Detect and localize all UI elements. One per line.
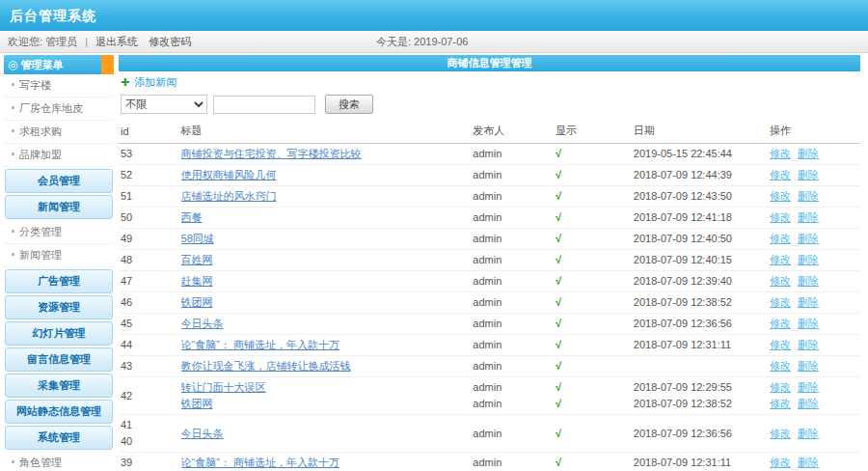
delete-link[interactable]: 删除 <box>798 398 819 409</box>
delete-link[interactable]: 删除 <box>798 360 819 372</box>
category-filter-select[interactable]: 不限 <box>121 95 207 114</box>
row-title-link[interactable]: 今日头条 <box>181 428 224 439</box>
sidebar-item[interactable]: 厂房仓库地皮 <box>4 97 114 121</box>
edit-link[interactable]: 修改 <box>770 275 791 287</box>
row-date: 2018-07-09 12:44:39 <box>634 167 766 183</box>
row-title-link[interactable]: 今日头条 <box>181 318 224 329</box>
delete-link[interactable]: 删除 <box>798 381 819 393</box>
row-title-link[interactable]: 论“食脑”： 商铺选址，年入款十万 <box>181 457 339 468</box>
sidebar-section-button[interactable]: 广告管理 <box>5 269 113 293</box>
delete-link[interactable]: 删除 <box>798 190 819 202</box>
sidebar-section-button[interactable]: 系统管理 <box>5 426 113 450</box>
row-title-link[interactable]: 使用权商铺风险几何 <box>181 169 277 180</box>
delete-link[interactable]: 删除 <box>798 339 819 350</box>
column-header: 标题 <box>179 119 472 144</box>
edit-link[interactable]: 修改 <box>770 169 791 180</box>
search-button[interactable]: 搜索 <box>325 95 373 114</box>
row-show-check: √ <box>556 316 630 332</box>
row-title-link[interactable]: 论“食脑”： 商铺选址，年入款十万 <box>181 339 339 350</box>
sidebar-header: ◎管理菜单 <box>4 55 114 74</box>
sidebar-section-button[interactable]: 幻灯片管理 <box>5 321 113 346</box>
delete-link[interactable]: 删除 <box>798 275 819 287</box>
edit-link[interactable]: 修改 <box>770 296 791 308</box>
delete-link[interactable]: 删除 <box>798 457 819 468</box>
delete-link[interactable]: 删除 <box>798 428 819 439</box>
edit-link[interactable]: 修改 <box>770 233 791 244</box>
delete-link[interactable]: 删除 <box>798 169 819 180</box>
row-title-link[interactable]: 58同城 <box>181 233 214 244</box>
sidebar-item[interactable]: 求租求购 <box>4 121 114 144</box>
delete-link[interactable]: 删除 <box>798 233 819 244</box>
sidebar-item[interactable]: 写字楼 <box>4 74 114 97</box>
row-author: admin <box>473 316 552 332</box>
logout-link[interactable]: 退出系统 <box>95 36 138 47</box>
edit-link[interactable]: 修改 <box>770 398 791 409</box>
sidebar-item[interactable]: 新闻管理 <box>4 244 114 267</box>
edit-link[interactable]: 修改 <box>770 318 791 329</box>
row-date: 2018-07-09 12:40:50 <box>634 231 766 247</box>
table-row: 4958同城admin√2018-07-09 12:40:50修改删除 <box>119 229 860 250</box>
row-show-check: √ <box>556 396 630 412</box>
delete-link[interactable]: 删除 <box>798 211 819 223</box>
row-author: admin <box>473 167 552 183</box>
edit-link[interactable]: 修改 <box>770 360 791 372</box>
row-show-check: √ <box>556 273 630 290</box>
row-title-link[interactable]: 铁团网 <box>181 398 213 409</box>
row-show-check: √ <box>556 358 630 374</box>
app-header-bar: 后台管理系统 <box>0 0 868 31</box>
edit-link[interactable]: 修改 <box>770 457 791 468</box>
sidebar-section-button[interactable]: 资源管理 <box>5 295 113 319</box>
row-author: admin <box>473 337 552 353</box>
row-title-link[interactable]: 教你让现金飞涨，店铺转让换成活钱 <box>181 360 351 372</box>
row-show-check: √ <box>556 167 630 183</box>
row-date: 2018-07-09 12:36:56 <box>634 426 766 442</box>
sidebar-section-button[interactable]: 网站静态信息管理 <box>5 400 113 424</box>
delete-link[interactable]: 删除 <box>798 318 819 329</box>
sidebar-header-label: 管理菜单 <box>20 59 63 70</box>
row-date: 2018-07-09 12:40:15 <box>634 252 766 268</box>
edit-link[interactable]: 修改 <box>770 190 791 202</box>
delete-link[interactable]: 删除 <box>798 148 819 159</box>
content-area: ◎管理菜单写字楼厂房仓库地皮求租求购品牌加盟会员管理新闻管理分类管理新闻管理广告… <box>0 53 868 471</box>
edit-link[interactable]: 修改 <box>770 211 791 223</box>
row-title-link[interactable]: 赶集网 <box>181 275 213 287</box>
sidebar-item[interactable]: 品牌加盟 <box>4 144 114 167</box>
main-content: 商铺信息管理管理 ✚ 添加新闻 不限 搜索 id标题发布人显示日期操作 53商铺… <box>119 55 860 471</box>
edit-link[interactable]: 修改 <box>770 428 791 439</box>
row-date <box>634 359 766 374</box>
change-password-link[interactable]: 修改密码 <box>149 36 191 47</box>
row-id: 50 <box>121 209 177 226</box>
add-news-label: 添加新闻 <box>134 76 176 88</box>
plus-icon: ✚ <box>121 76 129 88</box>
row-title-link[interactable]: 转让门面十大误区 <box>181 381 266 393</box>
row-title-link[interactable]: 店铺选址的风水窍门 <box>181 190 277 202</box>
sidebar-item[interactable]: 角色管理 <box>4 452 114 471</box>
add-news-link[interactable]: ✚ 添加新闻 <box>121 76 176 88</box>
row-title-link[interactable]: 西餐 <box>181 211 203 223</box>
delete-link[interactable]: 删除 <box>798 254 819 265</box>
row-author: admin <box>473 379 552 396</box>
sidebar-section-button[interactable]: 会员管理 <box>5 169 113 193</box>
sidebar-section-button[interactable]: 新闻管理 <box>5 195 113 219</box>
table-row: 48百姓网admin√2018-07-09 12:40:15修改删除 <box>119 250 860 271</box>
row-author: admin <box>473 396 552 412</box>
sidebar-item[interactable]: 分类管理 <box>4 221 114 244</box>
sidebar-section-button[interactable]: 采集管理 <box>5 374 113 398</box>
table-row: 52使用权商铺风险几何admin√2018-07-09 12:44:39修改删除 <box>119 165 860 186</box>
edit-link[interactable]: 修改 <box>770 148 791 159</box>
row-id: 51 <box>121 188 177 205</box>
edit-link[interactable]: 修改 <box>770 381 791 393</box>
edit-link[interactable]: 修改 <box>770 339 791 350</box>
row-title-link[interactable]: 百姓网 <box>181 254 213 265</box>
row-title-link[interactable]: 商铺投资与住宅投资、写字楼投资比较 <box>181 148 362 159</box>
row-author: admin <box>473 455 552 471</box>
row-date: 2018-07-09 12:29:55 <box>634 379 766 396</box>
delete-link[interactable]: 删除 <box>798 296 819 308</box>
sidebar-section-button[interactable]: 留言信息管理 <box>5 347 113 372</box>
row-title-link[interactable]: 铁团网 <box>181 296 213 308</box>
row-author: admin <box>473 426 552 442</box>
target-icon: ◎ <box>8 58 17 71</box>
toolbar: ✚ 添加新闻 <box>119 71 860 92</box>
search-input[interactable] <box>213 96 315 114</box>
edit-link[interactable]: 修改 <box>770 254 791 265</box>
